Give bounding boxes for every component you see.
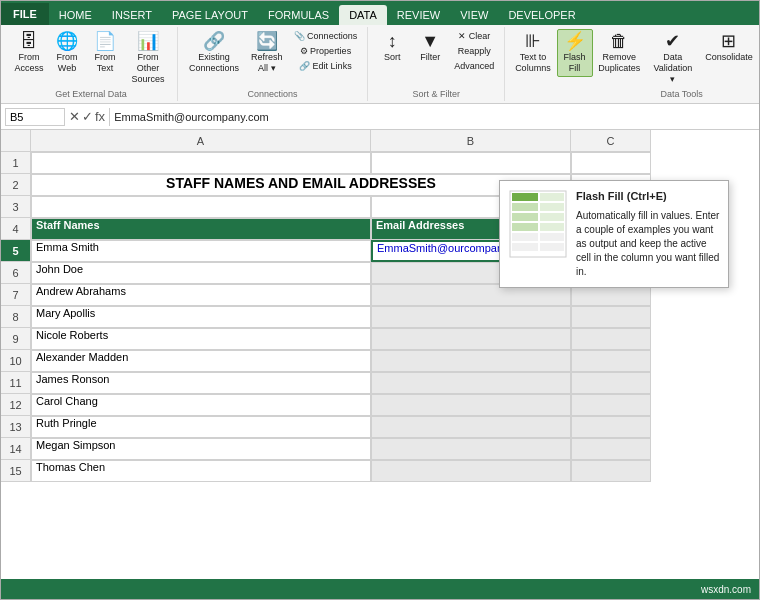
btn-data-validation[interactable]: ✔ DataValidation ▾	[646, 29, 700, 87]
cell-b8[interactable]	[371, 306, 571, 328]
status-bar-text: wsxdn.com	[701, 584, 751, 595]
btn-sort[interactable]: ↕ Sort	[374, 29, 410, 66]
cell-reference-input[interactable]	[5, 108, 65, 126]
cell-c14[interactable]	[571, 438, 651, 460]
svg-rect-12	[540, 243, 564, 251]
spreadsheet-area: A B C 1 2 STAFF NAMES AND EMAIL ADDRESSE…	[1, 130, 759, 579]
insert-function-icon[interactable]: fx	[95, 109, 105, 124]
confirm-icon[interactable]: ✓	[82, 109, 93, 124]
row-header-12[interactable]: 12	[1, 394, 31, 416]
cell-b13[interactable]	[371, 416, 571, 438]
btn-remove-duplicates[interactable]: 🗑 RemoveDuplicates	[595, 29, 644, 77]
cell-c1[interactable]	[571, 152, 651, 174]
table-row: 13 Ruth Pringle	[1, 416, 759, 438]
btn-text-to-columns[interactable]: ⊪ Text toColumns	[511, 29, 554, 77]
btn-flash-fill[interactable]: ⚡ FlashFill	[557, 29, 593, 77]
cell-a12[interactable]: Carol Chang	[31, 394, 371, 416]
tab-page-layout[interactable]: PAGE LAYOUT	[162, 5, 258, 25]
btn-from-access[interactable]: 🗄 FromAccess	[11, 29, 47, 77]
row-header-1[interactable]: 1	[1, 152, 31, 174]
cell-a5[interactable]: Emma Smith	[31, 240, 371, 262]
row-header-14[interactable]: 14	[1, 438, 31, 460]
row-header-6[interactable]: 6	[1, 262, 31, 284]
cell-c11[interactable]	[571, 372, 651, 394]
row-header-7[interactable]: 7	[1, 284, 31, 306]
cell-a13[interactable]: Ruth Pringle	[31, 416, 371, 438]
cell-title[interactable]: STAFF NAMES AND EMAIL ADDRESSES	[31, 174, 571, 196]
sort-filter-small-group: ✕ Clear Reapply Advanced	[450, 29, 498, 73]
cell-a14[interactable]: Megan Simpson	[31, 438, 371, 460]
tab-review[interactable]: REVIEW	[387, 5, 450, 25]
cell-c10[interactable]	[571, 350, 651, 372]
cell-c13[interactable]	[571, 416, 651, 438]
cell-a8[interactable]: Mary Apollis	[31, 306, 371, 328]
svg-rect-8	[540, 223, 564, 231]
refresh-all-icon: 🔄	[256, 32, 278, 50]
tab-insert[interactable]: INSERT	[102, 5, 162, 25]
col-header-c[interactable]: C	[571, 130, 651, 152]
svg-rect-11	[512, 243, 538, 251]
btn-reapply[interactable]: Reapply	[450, 44, 498, 58]
cell-b1[interactable]	[371, 152, 571, 174]
tab-developer[interactable]: DEVELOPER	[498, 5, 585, 25]
tab-file[interactable]: FILE	[1, 3, 49, 25]
tab-data[interactable]: DATA	[339, 5, 387, 25]
row-header-5[interactable]: 5	[1, 240, 31, 262]
table-row: 12 Carol Chang	[1, 394, 759, 416]
row-header-4[interactable]: 4	[1, 218, 31, 240]
btn-advanced[interactable]: Advanced	[450, 59, 498, 73]
svg-rect-5	[540, 193, 564, 201]
formula-input[interactable]	[114, 111, 755, 123]
btn-filter[interactable]: ▼ Filter	[412, 29, 448, 66]
row-header-15[interactable]: 15	[1, 460, 31, 482]
cell-a11[interactable]: James Ronson	[31, 372, 371, 394]
cell-a7[interactable]: Andrew Abrahams	[31, 284, 371, 306]
cell-staff-names-header[interactable]: Staff Names	[31, 218, 371, 240]
btn-connections[interactable]: 📎 Connections	[290, 29, 362, 43]
cell-b9[interactable]	[371, 328, 571, 350]
cancel-icon[interactable]: ✕	[69, 109, 80, 124]
btn-from-other[interactable]: 📊 From OtherSources	[125, 29, 171, 87]
consolidate-icon: ⊞	[721, 32, 736, 50]
tab-formulas[interactable]: FORMULAS	[258, 5, 339, 25]
row-header-3[interactable]: 3	[1, 196, 31, 218]
svg-rect-7	[540, 213, 564, 221]
tab-view[interactable]: VIEW	[450, 5, 498, 25]
btn-existing-connections[interactable]: 🔗 ExistingConnections	[184, 29, 244, 77]
btn-refresh-all[interactable]: 🔄 RefreshAll ▾	[246, 29, 288, 77]
btn-properties[interactable]: ⚙ Properties	[290, 44, 362, 58]
table-row: 1	[1, 152, 759, 174]
filter-icon: ▼	[421, 32, 439, 50]
btn-from-web[interactable]: 🌐 FromWeb	[49, 29, 85, 77]
row-header-8[interactable]: 8	[1, 306, 31, 328]
cell-a6[interactable]: John Doe	[31, 262, 371, 284]
cell-c9[interactable]	[571, 328, 651, 350]
btn-edit-links[interactable]: 🔗 Edit Links	[290, 59, 362, 73]
svg-rect-6	[540, 203, 564, 211]
row-header-2[interactable]: 2	[1, 174, 31, 196]
cell-a10[interactable]: Alexander Madden	[31, 350, 371, 372]
cell-c15[interactable]	[571, 460, 651, 482]
cell-a1[interactable]	[31, 152, 371, 174]
cell-b11[interactable]	[371, 372, 571, 394]
btn-consolidate[interactable]: ⊞ Consolidate	[702, 29, 757, 66]
cell-a3[interactable]	[31, 196, 371, 218]
cell-b15[interactable]	[371, 460, 571, 482]
sort-icon: ↕	[388, 32, 397, 50]
cell-a9[interactable]: Nicole Roberts	[31, 328, 371, 350]
btn-clear[interactable]: ✕ Clear	[450, 29, 498, 43]
row-header-9[interactable]: 9	[1, 328, 31, 350]
row-header-11[interactable]: 11	[1, 372, 31, 394]
tab-home[interactable]: HOME	[49, 5, 102, 25]
row-header-10[interactable]: 10	[1, 350, 31, 372]
col-header-a[interactable]: A	[31, 130, 371, 152]
row-header-13[interactable]: 13	[1, 416, 31, 438]
col-header-b[interactable]: B	[371, 130, 571, 152]
cell-c8[interactable]	[571, 306, 651, 328]
cell-a15[interactable]: Thomas Chen	[31, 460, 371, 482]
btn-from-text[interactable]: 📄 FromText	[87, 29, 123, 77]
cell-c12[interactable]	[571, 394, 651, 416]
cell-b12[interactable]	[371, 394, 571, 416]
cell-b14[interactable]	[371, 438, 571, 460]
cell-b10[interactable]	[371, 350, 571, 372]
